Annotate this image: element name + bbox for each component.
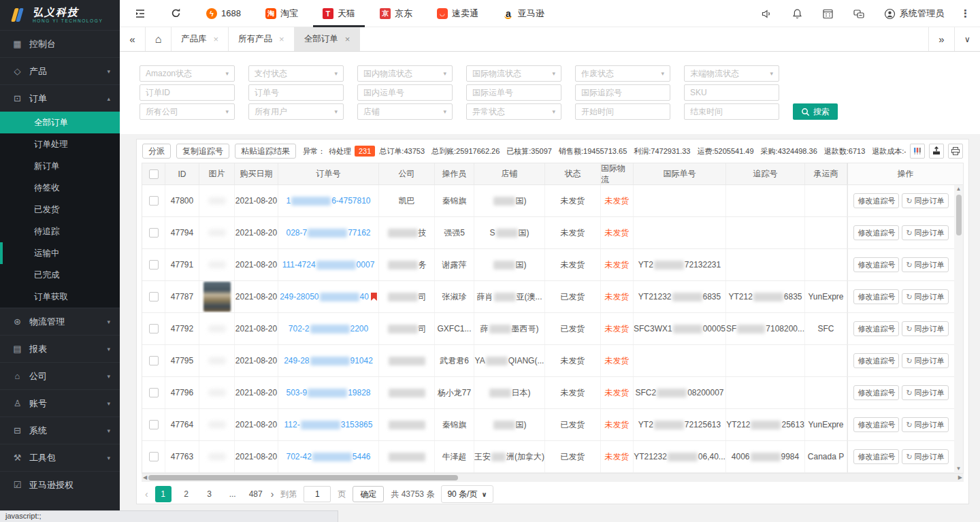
- order-number-link[interactable]: 028-777162: [286, 228, 370, 238]
- filter-select[interactable]: 店铺▾: [357, 103, 453, 120]
- filter-select[interactable]: 国内物流状态▾: [357, 65, 453, 82]
- page-number[interactable]: 3: [201, 486, 218, 502]
- sync-order-button[interactable]: ↻同步订单: [902, 321, 948, 336]
- row-checkbox[interactable]: [149, 228, 159, 238]
- sidebar-item[interactable]: ▦控制台: [0, 30, 120, 57]
- edit-tracking-button[interactable]: 修改追踪号: [853, 417, 899, 432]
- order-number-link[interactable]: 702-22200: [289, 324, 368, 333]
- sidebar-item[interactable]: ⊡订单▴: [0, 84, 120, 112]
- sidebar-subitem[interactable]: 已发货: [0, 199, 120, 221]
- order-number-link[interactable]: 112-3153865: [284, 420, 373, 429]
- collapse-sidebar-icon[interactable]: [135, 8, 146, 19]
- edit-tracking-button[interactable]: 修改追踪号: [853, 289, 899, 304]
- edit-tracking-button[interactable]: 修改追踪号: [853, 385, 899, 400]
- export-button[interactable]: [929, 144, 944, 159]
- filter-select[interactable]: 异常状态▾: [466, 103, 561, 120]
- sidebar-subitem[interactable]: 新订单: [0, 155, 120, 177]
- horizontal-scrollbar[interactable]: ◀ ▶: [142, 474, 964, 482]
- filter-select[interactable]: 末端物流状态▾: [684, 65, 779, 82]
- filter-input[interactable]: [140, 84, 235, 101]
- tabs-menu-icon[interactable]: ∨: [954, 27, 980, 51]
- filter-input[interactable]: [248, 84, 344, 101]
- filter-input[interactable]: [575, 84, 670, 101]
- filter-select[interactable]: 所有公司▾: [140, 103, 235, 120]
- select-all-checkbox[interactable]: [149, 169, 159, 179]
- row-checkbox[interactable]: [149, 388, 159, 397]
- toolbar-button[interactable]: 分派: [142, 144, 171, 159]
- goto-confirm-button[interactable]: 确定: [353, 486, 384, 502]
- sidebar-item[interactable]: ☑亚马逊授权: [0, 471, 120, 498]
- search-button[interactable]: 搜索: [793, 103, 838, 120]
- marketplace-tab[interactable]: a亚马逊: [503, 0, 544, 27]
- filter-select[interactable]: 国际物流状态▾: [466, 65, 561, 82]
- column-settings-button[interactable]: [910, 144, 925, 159]
- tabs-scroll-left-icon[interactable]: «: [120, 27, 146, 51]
- marketplace-tab[interactable]: T天猫: [323, 0, 355, 27]
- filter-select[interactable]: 作废状态▾: [575, 65, 670, 82]
- sync-order-button[interactable]: ↻同步订单: [902, 289, 948, 304]
- edit-tracking-button[interactable]: 修改追踪号: [853, 193, 899, 208]
- filter-input[interactable]: [684, 103, 779, 120]
- sidebar-item[interactable]: ⊛物流管理▾: [0, 308, 120, 335]
- sync-order-button[interactable]: ↻同步订单: [902, 417, 948, 432]
- sidebar-subitem[interactable]: 订单处理: [0, 133, 120, 155]
- sync-order-button[interactable]: ↻同步订单: [902, 353, 948, 368]
- row-checkbox[interactable]: [149, 356, 159, 365]
- sidebar-item[interactable]: ♙账号▾: [0, 389, 120, 417]
- edit-tracking-button[interactable]: 修改追踪号: [853, 257, 899, 272]
- switch-account-icon[interactable]: [853, 8, 865, 20]
- marketplace-tab[interactable]: ϟ1688: [206, 0, 241, 27]
- workspace-tab[interactable]: 全部订单×: [295, 27, 361, 51]
- sidebar-subitem[interactable]: 运输中: [0, 242, 120, 264]
- page-number[interactable]: 487: [248, 486, 264, 502]
- filter-input[interactable]: [466, 84, 561, 101]
- print-button[interactable]: [948, 144, 963, 159]
- sidebar-item[interactable]: ▤报表▾: [0, 335, 120, 362]
- user-menu[interactable]: 系统管理员: [884, 7, 944, 20]
- home-tab-icon[interactable]: ⌂: [146, 27, 172, 51]
- page-number[interactable]: 2: [178, 486, 195, 502]
- sidebar-item[interactable]: ◇产品▾: [0, 57, 120, 84]
- sidebar-item[interactable]: ⊟系统▾: [0, 417, 120, 444]
- order-number-link[interactable]: 249-2891042: [284, 356, 373, 365]
- horizontal-scroll-thumb[interactable]: [148, 475, 458, 480]
- sync-order-button[interactable]: ↻同步订单: [902, 225, 948, 240]
- filter-select[interactable]: Amazon状态▾: [140, 65, 235, 82]
- row-checkbox[interactable]: [149, 324, 159, 333]
- notification-bell-icon[interactable]: [791, 8, 803, 20]
- vertical-scrollbar[interactable]: ▲ ▼: [954, 185, 963, 473]
- page-number[interactable]: 1: [155, 486, 172, 502]
- order-number-link[interactable]: 503-919828: [286, 388, 370, 397]
- scroll-up-icon[interactable]: ▲: [956, 185, 962, 193]
- row-checkbox[interactable]: [149, 452, 159, 461]
- sync-order-button[interactable]: ↻同步订单: [902, 193, 948, 208]
- sidebar-subitem[interactable]: 待签收: [0, 177, 120, 199]
- close-icon[interactable]: ×: [345, 34, 350, 44]
- order-number-link[interactable]: 111-47240007: [282, 260, 375, 270]
- scroll-left-icon[interactable]: ◀: [143, 474, 147, 482]
- announcement-icon[interactable]: [761, 8, 772, 20]
- refresh-icon[interactable]: [170, 7, 182, 19]
- toolbar-button[interactable]: 粘贴追踪结果: [235, 144, 296, 159]
- filter-input[interactable]: [684, 84, 779, 101]
- sync-order-button[interactable]: ↻同步订单: [902, 385, 948, 400]
- sync-order-button[interactable]: ↻同步订单: [902, 449, 948, 464]
- sidebar-subitem[interactable]: 待追踪: [0, 221, 120, 242]
- marketplace-tab[interactable]: 淘淘宝: [265, 0, 298, 27]
- close-icon[interactable]: ×: [214, 34, 219, 44]
- filter-select[interactable]: 所有用户▾: [248, 103, 344, 120]
- workspace-tab[interactable]: 所有产品×: [229, 27, 295, 51]
- page-number[interactable]: ...: [225, 486, 241, 502]
- row-checkbox[interactable]: [149, 196, 159, 206]
- prev-page-icon[interactable]: ‹: [145, 489, 148, 500]
- scroll-down-icon[interactable]: ▼: [956, 465, 962, 473]
- order-number-link[interactable]: 702-425446: [286, 452, 370, 461]
- sidebar-subitem[interactable]: 已完成: [0, 264, 120, 286]
- filter-input[interactable]: [357, 84, 453, 101]
- more-options-icon[interactable]: ⋮: [960, 7, 970, 20]
- order-number-link[interactable]: 249-2805040: [280, 292, 377, 301]
- row-checkbox[interactable]: [149, 260, 159, 270]
- page-size-select[interactable]: 90 条/页∨: [441, 485, 493, 503]
- filter-select[interactable]: 支付状态▾: [248, 65, 344, 82]
- sidebar-subitem[interactable]: 全部订单: [0, 112, 120, 133]
